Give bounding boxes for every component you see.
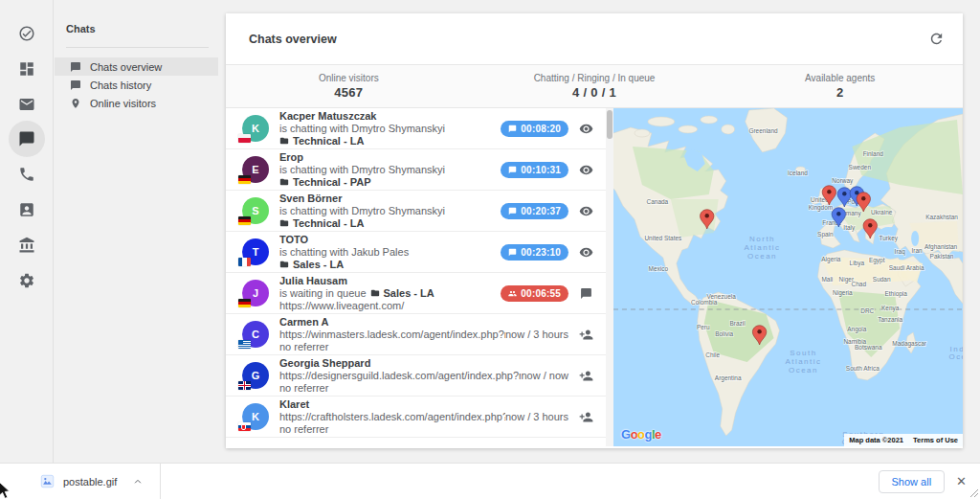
map-label: Nigeria — [833, 289, 853, 297]
chat-row-text: TOTOis chatting with Jakub PalesSales - … — [279, 234, 501, 271]
rail-item-settings[interactable] — [9, 262, 45, 298]
person-add-button[interactable] — [578, 409, 593, 424]
chat-list-row[interactable]: SSven Börneris chatting with Dmytro Shym… — [226, 191, 606, 232]
stat-available-agents: Available agents2 — [717, 65, 963, 107]
country-flag-sk — [238, 422, 251, 431]
map-label: Mexico — [649, 265, 669, 272]
timer-value: 00:10:31 — [521, 165, 561, 175]
sidebar-item-label: Online visitors — [90, 98, 156, 109]
map-label: Mali — [821, 276, 833, 283]
map-label: Spain — [817, 231, 834, 238]
map-label: North — [749, 235, 775, 243]
chat-row-text: Klarethttps://craftholsters.ladesk.com/a… — [279, 398, 505, 436]
country-flag-gr — [238, 340, 251, 349]
status-text: is chatting with Dmytro Shymanskyi — [279, 164, 445, 176]
status-text: is chatting with Dmytro Shymanskyi — [279, 205, 445, 217]
timer-badge: 00:20:37 — [501, 203, 568, 219]
google-logo-letter: G — [621, 427, 631, 442]
sidebar-item-chats-history[interactable]: Chats history — [55, 76, 218, 94]
chat-list-row[interactable]: GGeorgia Sheppardhttps://designersguild.… — [226, 355, 606, 397]
visitor-avatar: K — [242, 115, 269, 142]
chat-list-row[interactable]: KKlarethttps://craftholsters.ladesk.com/… — [226, 397, 606, 438]
chevron-up-icon[interactable] — [133, 477, 143, 487]
eye-button[interactable] — [578, 121, 593, 136]
chat-row-line: Sales - LA — [279, 259, 501, 271]
show-all-button[interactable]: Show all — [879, 470, 946, 493]
window-resize-handle[interactable] — [970, 489, 979, 498]
person-add-button[interactable] — [578, 368, 593, 383]
chat-list-row[interactable]: JJulia Hausamis waiting in queueSales - … — [226, 273, 606, 314]
sidebar-item-chats-overview[interactable]: Chats overview — [55, 57, 218, 76]
chat-row-actions: 00:20:37 — [501, 203, 606, 219]
rail-item-bank[interactable] — [9, 227, 45, 262]
folder-icon — [370, 288, 380, 298]
chat-icon — [70, 79, 81, 91]
chat-icon — [508, 125, 517, 133]
refresh-button[interactable] — [926, 30, 946, 49]
rail-item-contact-card[interactable] — [9, 192, 45, 227]
rail-item-phone[interactable] — [9, 156, 45, 192]
scrollbar-thumb[interactable] — [607, 110, 612, 139]
stat-label: Online visitors — [319, 73, 379, 83]
list-scrollbar[interactable] — [606, 108, 613, 446]
department-label: Sales - LA — [384, 287, 434, 300]
visitor-url: https://winmasters.ladesk.com/agent/inde… — [279, 329, 505, 341]
chat-list-row[interactable]: EEropis chatting with Dmytro ShymanskyiT… — [226, 149, 606, 191]
google-logo-letter: o — [637, 427, 644, 442]
eye-button[interactable] — [578, 162, 593, 177]
visitor-url: https://craftholsters.ladesk.com/agent/i… — [279, 411, 505, 423]
map-label: Iceland — [788, 170, 808, 176]
eye-button[interactable] — [578, 244, 593, 260]
chat-list-row[interactable]: CCarmen Ahttps://winmasters.ladesk.com/a… — [226, 314, 606, 355]
google-logo[interactable]: Google — [621, 427, 661, 442]
map-label: Norway — [832, 177, 854, 185]
chat-row-line: no referrer — [279, 382, 521, 395]
rail-item-mail[interactable] — [9, 86, 45, 122]
terms-of-use-link[interactable]: Terms of Use — [908, 434, 963, 446]
eye-icon — [579, 122, 593, 136]
chat-row-actions: 00:23:10 — [501, 244, 606, 261]
map-label: Iraq — [895, 248, 906, 256]
rail-item-chat[interactable] — [9, 121, 45, 157]
map-label: Kazakhstan — [925, 214, 958, 220]
status-text: no referrer — [279, 382, 328, 395]
visitor-name-text: TOTO — [279, 234, 308, 246]
visitor-name-text: Sven Börner — [279, 193, 342, 205]
overview-content: KKacper Matuszczakis chatting with Dmytr… — [226, 108, 963, 446]
world-map[interactable]: GreenlandIcelandNorwaySwedenFinlandCanad… — [613, 108, 963, 446]
eye-button[interactable] — [578, 203, 593, 218]
sidebar-item-online-visitors[interactable]: Online visitors — [55, 94, 218, 112]
chats-overview-card: Chats overview Online visitors4567Chatti… — [226, 13, 963, 448]
rail-item-dashboard[interactable] — [9, 51, 45, 86]
map-label: Algeria — [821, 256, 841, 263]
chat-button[interactable] — [578, 285, 593, 301]
close-downloads-icon[interactable]: ✕ — [956, 475, 967, 488]
chat-list-row[interactable]: from Queens, United States — [226, 438, 606, 446]
map-label: Saudi Arabia — [889, 264, 924, 271]
timer-badge: 00:06:55 — [501, 285, 568, 302]
chat-list-row[interactable]: TTOTOis chatting with Jakub PalesSales -… — [226, 232, 606, 273]
visit-duration: now / now — [521, 370, 568, 381]
google-logo-letter: e — [655, 427, 661, 442]
phone-icon — [18, 166, 35, 183]
chat-row-actions: 00:10:31 — [501, 162, 606, 178]
country-flag-pl — [238, 134, 251, 143]
visitor-name-text: Kacper Matuszczak — [279, 110, 377, 123]
chat-list-row[interactable]: KKacper Matuszczakis chatting with Dmytr… — [226, 108, 606, 149]
map-label: Atlantic — [745, 243, 781, 252]
map-label: Colombia — [691, 299, 718, 306]
map-label: Angola — [847, 326, 867, 333]
map-label: United States — [644, 235, 682, 241]
download-item[interactable]: postable.gif — [40, 474, 143, 488]
chat-list: KKacper Matuszczakis chatting with Dmytr… — [226, 108, 606, 446]
map-label: Finland — [863, 150, 884, 157]
visitor-avatar: C — [242, 321, 269, 348]
country-flag-de — [238, 216, 251, 225]
person-add-button[interactable] — [578, 327, 593, 342]
visitor-name: Julia Hausam — [279, 275, 501, 287]
sidebar-item-label: Chats history — [90, 79, 151, 91]
chat-row-line: no referrer — [279, 341, 505, 353]
rail-item-check-circle[interactable] — [9, 15, 45, 51]
visitor-name-text: Klaret — [279, 398, 309, 411]
timer-value: 00:23:10 — [521, 247, 561, 258]
